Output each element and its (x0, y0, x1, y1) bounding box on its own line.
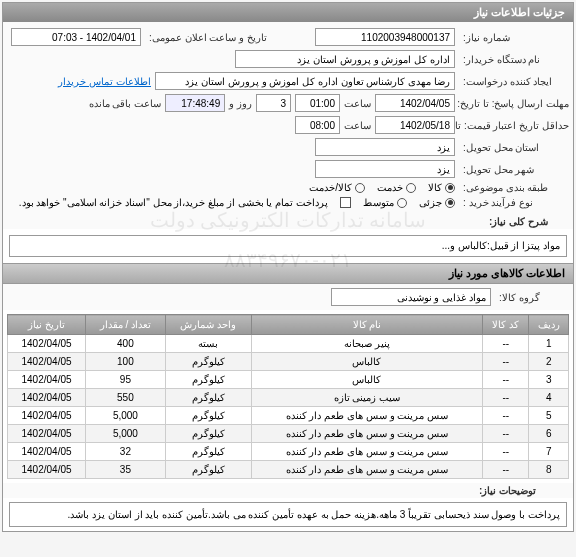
table-cell: 1402/04/05 (8, 443, 86, 461)
table-cell: 1402/04/05 (8, 389, 86, 407)
table-cell: 2 (529, 353, 569, 371)
table-cell: 4 (529, 389, 569, 407)
radio-dot-icon (397, 198, 407, 208)
table-cell: 3 (529, 371, 569, 389)
category-radio-group: کالا خدمت کالا/خدمت (309, 182, 455, 193)
table-cell: کیلوگرم (165, 371, 251, 389)
radio-both[interactable]: کالا/خدمت (309, 182, 365, 193)
table-row[interactable]: 8--سس مرینت و سس های طعم دار کنندهکیلوگر… (8, 461, 569, 479)
table-cell: کیلوگرم (165, 353, 251, 371)
table-row[interactable]: 4--سیب زمینی تازهکیلوگرم5501402/04/05 (8, 389, 569, 407)
desc-title: شرح کلی نیاز: (485, 216, 565, 227)
table-cell: 1402/04/05 (8, 371, 86, 389)
table-cell: 8 (529, 461, 569, 479)
table-cell: سیب زمینی تازه (251, 389, 483, 407)
table-cell: کیلوگرم (165, 425, 251, 443)
table-row[interactable]: 3--کالباسکیلوگرم951402/04/05 (8, 371, 569, 389)
details-panel: جزئیات اطلاعات نیاز شماره نیاز: 11020039… (2, 2, 574, 532)
group-value: مواد غذایی و نوشیدنی (331, 288, 491, 306)
table-header: ردیف (529, 315, 569, 335)
table-cell: کیلوگرم (165, 389, 251, 407)
requester-value: رضا مهدی کارشناس تعاون اداره کل اموزش و … (155, 72, 455, 90)
table-cell: سس مرینت و سس های طعم دار کننده (251, 407, 483, 425)
radio-medium[interactable]: متوسط (363, 197, 407, 208)
table-cell: 95 (86, 371, 166, 389)
table-cell: 7 (529, 443, 569, 461)
table-cell: 5,000 (86, 425, 166, 443)
reply-deadline-date: 1402/04/05 (375, 94, 455, 112)
req-no-label: شماره نیاز: (459, 32, 569, 43)
table-header: واحد شمارش (165, 315, 251, 335)
contact-link[interactable]: اطلاعات تماس خریدار (58, 76, 151, 87)
time-label-1: ساعت (344, 98, 371, 109)
buyer-value: اداره کل اموزش و پرورش استان یزد (235, 50, 455, 68)
table-row[interactable]: 6--سس مرینت و سس های طعم دار کنندهکیلوگر… (8, 425, 569, 443)
purchase-type-label: نوع فرآیند خرید : (459, 197, 569, 208)
buyer-label: نام دستگاه خریدار: (459, 54, 569, 65)
time-left: 17:48:49 (165, 94, 225, 112)
table-cell: 5 (529, 407, 569, 425)
city-label: شهر محل تحویل: (459, 164, 569, 175)
table-cell: 35 (86, 461, 166, 479)
table-cell: کیلوگرم (165, 461, 251, 479)
table-cell: -- (483, 407, 529, 425)
day-label: روز و (229, 98, 252, 109)
table-cell: کیلوگرم (165, 407, 251, 425)
radio-dot-icon (445, 198, 455, 208)
table-cell: بسته (165, 335, 251, 353)
table-cell: -- (483, 461, 529, 479)
radio-dot-icon (355, 183, 365, 193)
req-no-value: 1102003948000137 (315, 28, 455, 46)
form-area: شماره نیاز: 1102003948000137 تاریخ و ساع… (3, 22, 573, 214)
pub-date-label: تاریخ و ساعت اعلان عمومی: (145, 32, 275, 43)
category-label: طبقه بندی موضوعی: (459, 182, 569, 193)
note-box: پرداخت با وصول سند ذیحسابی تقریباً 3 ماه… (9, 502, 567, 527)
table-cell: پنیر صبحانه (251, 335, 483, 353)
table-header: نام کالا (251, 315, 483, 335)
valid-time: 08:00 (295, 116, 340, 134)
purchase-type-group: جزئی متوسط پرداخت تمام یا بخشی از مبلغ خ… (19, 197, 455, 208)
table-cell: سس مرینت و سس های طعم دار کننده (251, 461, 483, 479)
treasury-checkbox[interactable] (340, 197, 351, 208)
requester-label: ایجاد کننده درخواست: (459, 76, 569, 87)
table-cell: 1402/04/05 (8, 461, 86, 479)
table-cell: 100 (86, 353, 166, 371)
table-cell: سس مرینت و سس های طعم دار کننده (251, 443, 483, 461)
group-label: گروه کالا: (495, 292, 565, 303)
table-cell: 1402/04/05 (8, 425, 86, 443)
table-header: تاریخ نیاز (8, 315, 86, 335)
table-cell: 32 (86, 443, 166, 461)
table-header: کد کالا (483, 315, 529, 335)
table-row[interactable]: 1--پنیر صبحانهبسته4001402/04/05 (8, 335, 569, 353)
table-cell: 550 (86, 389, 166, 407)
table-cell: -- (483, 443, 529, 461)
valid-label: حداقل تاریخ اعتبار قیمت: تا تاریخ: (459, 120, 569, 131)
table-cell: 1 (529, 335, 569, 353)
note-title: توضیحات نیاز: (475, 485, 565, 496)
table-cell: کالباس (251, 371, 483, 389)
table-cell: 1402/04/05 (8, 335, 86, 353)
table-cell: -- (483, 353, 529, 371)
remaining-label: ساعت باقی مانده (89, 98, 162, 109)
table-cell: 1402/04/05 (8, 353, 86, 371)
table-cell: سس مرینت و سس های طعم دار کننده (251, 425, 483, 443)
time-label-2: ساعت (344, 120, 371, 131)
table-cell: -- (483, 425, 529, 443)
radio-small[interactable]: جزئی (419, 197, 455, 208)
radio-service[interactable]: خدمت (377, 182, 416, 193)
table-cell: 6 (529, 425, 569, 443)
table-cell: کالباس (251, 353, 483, 371)
panel-title: جزئیات اطلاعات نیاز (3, 3, 573, 22)
radio-goods[interactable]: کالا (428, 182, 455, 193)
table-cell: -- (483, 371, 529, 389)
table-row[interactable]: 2--کالباسکیلوگرم1001402/04/05 (8, 353, 569, 371)
radio-dot-icon (445, 183, 455, 193)
table-cell: کیلوگرم (165, 443, 251, 461)
table-row[interactable]: 5--سس مرینت و سس های طعم دار کنندهکیلوگر… (8, 407, 569, 425)
desc-box: مواد پیتزا از قبیل:کالباس و... (9, 235, 567, 257)
radio-dot-icon (406, 183, 416, 193)
valid-date: 1402/05/18 (375, 116, 455, 134)
table-cell: 400 (86, 335, 166, 353)
table-cell: -- (483, 389, 529, 407)
table-row[interactable]: 7--سس مرینت و سس های طعم دار کنندهکیلوگر… (8, 443, 569, 461)
